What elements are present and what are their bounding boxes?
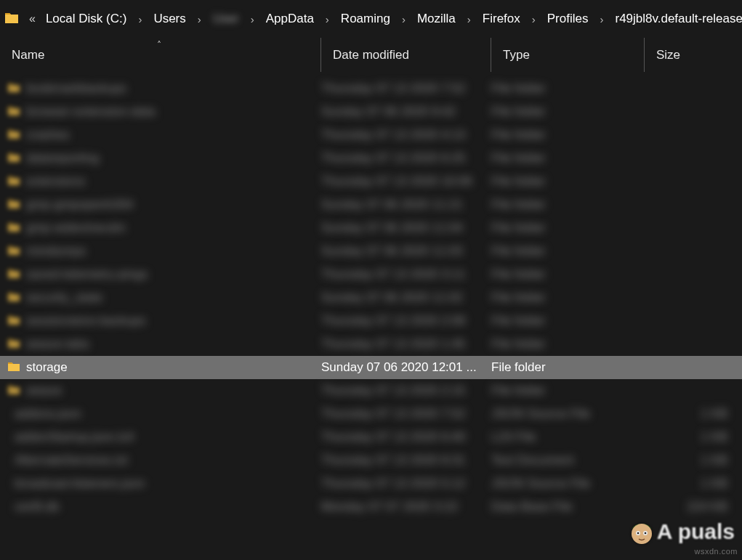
- column-header-size[interactable]: Size: [645, 38, 742, 72]
- file-row[interactable]: broadcast-listeners.jsonThursday 07 13 2…: [0, 472, 742, 495]
- chevron-right-icon[interactable]: ›: [393, 13, 414, 25]
- breadcrumb-item-username[interactable]: User: [210, 12, 242, 26]
- file-date: Sunday 07 06 2020 9:42: [321, 105, 491, 119]
- cell-name: addons.json: [7, 407, 321, 421]
- file-name: AlternateServices.txt: [15, 453, 128, 468]
- chevron-right-icon[interactable]: ›: [317, 13, 338, 25]
- file-date: Thursday 07 13 2020 6:40: [321, 430, 491, 445]
- file-size: 224 KB: [645, 500, 742, 514]
- folder-icon: [7, 244, 26, 259]
- file-row[interactable]: AlternateServices.txtThursday 07 13 2020…: [0, 449, 742, 472]
- file-name: weave-tabs: [26, 337, 89, 352]
- file-type: File folder: [491, 221, 645, 235]
- file-size: 1 KB: [645, 407, 742, 421]
- file-row[interactable]: extensionsThursday 07 13 2020 10:06File …: [0, 170, 742, 193]
- file-date: Thursday 07 13 2020 8:31: [321, 453, 491, 468]
- file-type: File folder: [491, 291, 645, 305]
- file-row[interactable]: bookmarkbackupsThursday 07 13 2020 7:52F…: [0, 77, 742, 100]
- file-name: saved-telemetry-pings: [26, 267, 148, 282]
- breadcrumb-item-profiles[interactable]: Profiles: [544, 12, 592, 26]
- chevron-right-icon[interactable]: ›: [459, 13, 480, 25]
- folder-icon: [7, 81, 26, 97]
- file-row[interactable]: sessionstore-backupsThursday 07 13 2020 …: [0, 309, 742, 333]
- file-row[interactable]: addons.jsonThursday 07 13 2020 7:52JSON …: [0, 402, 742, 426]
- file-row[interactable]: saved-telemetry-pingsThursday 07 13 2020…: [0, 263, 742, 286]
- breadcrumb-item-appdata[interactable]: AppData: [263, 12, 317, 26]
- file-date: Thursday 07 13 2020 10:06: [321, 174, 491, 189]
- cell-name: broadcast-listeners.json: [7, 476, 321, 491]
- file-type: LZ4 File: [491, 430, 645, 445]
- breadcrumb-item-roaming[interactable]: Roaming: [338, 12, 393, 26]
- file-row[interactable]: security_stateSunday 07 06 2020 11:02Fil…: [0, 286, 742, 309]
- folder-icon: [7, 151, 26, 166]
- file-row[interactable]: storageSunday 07 06 2020 12:01 ...File f…: [0, 356, 742, 379]
- chevron-right-icon[interactable]: ›: [189, 13, 210, 25]
- file-row[interactable]: addonStartup.json.lz4Thursday 07 13 2020…: [0, 426, 742, 449]
- folder-icon: [7, 198, 26, 213]
- file-date: Thursday 07 13 2020 2:08: [321, 314, 491, 328]
- column-header-date-label: Date modified: [333, 48, 409, 62]
- chevron-right-icon[interactable]: ›: [129, 13, 150, 25]
- cell-name: storage: [7, 360, 321, 376]
- breadcrumb-item-profile-folder[interactable]: r49jbl8v.default-release: [612, 12, 742, 26]
- file-date: Thursday 07 13 2020 1:45: [321, 337, 491, 352]
- file-icon: [7, 407, 15, 421]
- file-type: File folder: [491, 337, 645, 352]
- file-row[interactable]: weaveThursday 07 13 2020 2:15File folder: [0, 379, 742, 402]
- file-type: Data Base File: [491, 500, 645, 514]
- cell-name: minidumps: [7, 244, 321, 259]
- column-header-size-label: Size: [656, 48, 680, 62]
- file-date: Sunday 07 06 2020 12:01 ...: [321, 360, 491, 375]
- chevron-right-icon[interactable]: ›: [591, 13, 612, 25]
- file-date: Thursday 07 13 2020 3:11: [321, 267, 491, 282]
- file-size: 1 KB: [645, 430, 742, 445]
- file-date: Sunday 07 06 2020 11:02: [321, 291, 491, 305]
- file-name: addons.json: [15, 407, 81, 421]
- column-header-type[interactable]: Type: [491, 38, 645, 72]
- cell-name: bookmarkbackups: [7, 81, 321, 97]
- file-name: addonStartup.json.lz4: [15, 430, 134, 445]
- svg-point-0: [632, 524, 652, 544]
- sort-ascending-icon: ˄: [157, 40, 161, 50]
- column-header-name[interactable]: Name ˄: [0, 38, 321, 72]
- breadcrumb-item-firefox[interactable]: Firefox: [480, 12, 523, 26]
- chevron-right-icon[interactable]: ›: [242, 13, 263, 25]
- svg-point-3: [637, 532, 639, 535]
- file-name: bookmarkbackups: [26, 81, 126, 96]
- column-header-type-label: Type: [503, 48, 530, 62]
- chevron-right-icon[interactable]: ›: [523, 13, 544, 25]
- file-row[interactable]: cert9.dbMonday 07 07 2020 3:22Data Base …: [0, 495, 742, 519]
- file-type: Text Document: [491, 453, 645, 468]
- file-row[interactable]: weave-tabsThursday 07 13 2020 1:45File f…: [0, 333, 742, 356]
- breadcrumb-item-users[interactable]: Users: [150, 12, 188, 26]
- folder-icon: [7, 337, 26, 352]
- breadcrumb-item-mozilla[interactable]: Mozilla: [414, 12, 459, 26]
- file-date: Thursday 07 13 2020 7:52: [321, 407, 491, 421]
- folder-icon: [7, 267, 26, 283]
- column-header-date[interactable]: Date modified: [321, 38, 491, 72]
- file-name: security_state: [26, 291, 102, 305]
- column-header-name-label: Name: [12, 48, 44, 62]
- file-date: Sunday 07 06 2020 11:03: [321, 244, 491, 259]
- cell-name: security_state: [7, 291, 321, 306]
- cell-name: gmp-gmpopenh264: [7, 198, 321, 213]
- file-row[interactable]: gmp-gmpopenh264Sunday 07 06 2020 11:21Fi…: [0, 193, 742, 216]
- cell-name: AlternateServices.txt: [7, 453, 321, 468]
- folder-icon: [7, 291, 26, 306]
- file-icon: [7, 476, 15, 491]
- file-row[interactable]: minidumpsSunday 07 06 2020 11:03File fol…: [0, 240, 742, 263]
- file-row[interactable]: datareportingThursday 07 13 2020 6:25Fil…: [0, 147, 742, 170]
- file-row[interactable]: browser-extension-dataSunday 07 06 2020 …: [0, 100, 742, 123]
- breadcrumb-item-disk[interactable]: Local Disk (C:): [43, 12, 129, 26]
- file-type: File folder: [491, 360, 645, 375]
- file-type: File folder: [491, 174, 645, 189]
- file-list: bookmarkbackupsThursday 07 13 2020 7:52F…: [0, 73, 742, 519]
- cell-name: browser-extension-data: [7, 105, 321, 120]
- file-name: minidumps: [26, 244, 86, 259]
- file-name: extensions: [26, 174, 85, 189]
- mascot-icon: [626, 516, 657, 547]
- file-date: Sunday 07 06 2020 11:04: [321, 221, 491, 235]
- file-row[interactable]: crashesThursday 07 13 2020 4:13File fold…: [0, 123, 742, 147]
- file-row[interactable]: gmp-widevinecdmSunday 07 06 2020 11:04Fi…: [0, 216, 742, 240]
- breadcrumb-overflow[interactable]: «: [22, 12, 43, 25]
